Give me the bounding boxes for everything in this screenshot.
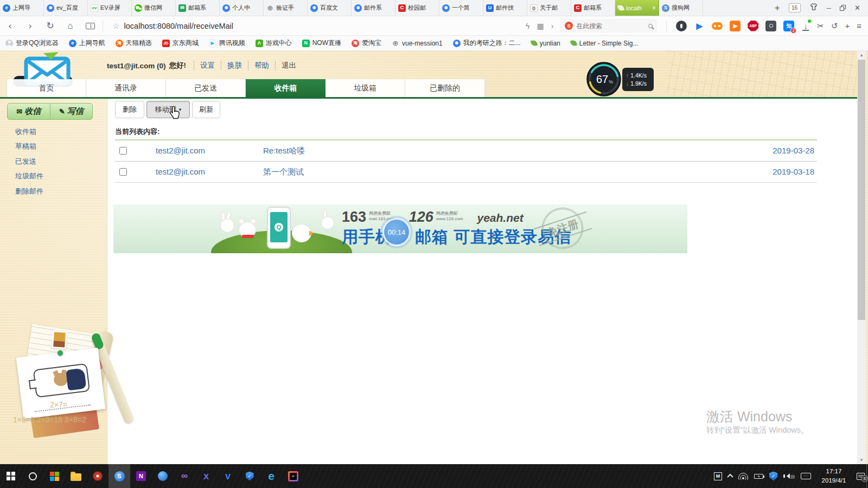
- sidebar-item-deleted[interactable]: 删除邮件: [15, 187, 43, 196]
- skin-tshirt-icon[interactable]: [809, 3, 818, 13]
- nav-inbox-active[interactable]: 收件箱: [246, 79, 326, 97]
- tab-16[interactable]: S搜狗网: [659, 0, 703, 16]
- browser-sphere-button[interactable]: [152, 464, 174, 488]
- tab-6[interactable]: ✽个人中: [220, 0, 264, 16]
- volume-icon[interactable]: ))): [783, 473, 795, 479]
- action-center-icon[interactable]: 3: [857, 473, 865, 480]
- subject-link[interactable]: Re:test哈喽: [263, 146, 305, 156]
- nav-junk[interactable]: 垃圾箱: [326, 79, 405, 97]
- m-app-tray-icon[interactable]: M: [714, 472, 722, 480]
- settings-link[interactable]: 设置: [194, 61, 221, 70]
- tab-4[interactable]: 微信网: [132, 0, 176, 16]
- refresh-icon[interactable]: ↻: [40, 20, 60, 31]
- tab-9[interactable]: ✽邮件系: [352, 0, 395, 16]
- tray-expand-chevron-icon[interactable]: [727, 474, 733, 480]
- subject-link[interactable]: 第一个测试: [263, 167, 304, 177]
- taskbar-clock[interactable]: 17:172019/4/1: [817, 467, 851, 485]
- media-app-button[interactable]: [87, 464, 108, 488]
- bookmark-kaoyan[interactable]: ✽我的考研之路：二...: [453, 38, 521, 48]
- tab-8[interactable]: ✽百度文: [308, 0, 352, 16]
- bookmark-tencent-video[interactable]: ▶腾讯视频: [209, 38, 245, 48]
- logout-link[interactable]: 退出: [275, 61, 302, 70]
- bookmark-qq-login[interactable]: 登录QQ浏览器: [5, 38, 59, 48]
- mail-row-2[interactable]: test2@jit.com 第一个测试 2019-03-18: [115, 162, 817, 183]
- write-mail-button[interactable]: ✎写信: [50, 104, 93, 119]
- qr-code-icon[interactable]: ▦: [537, 22, 544, 30]
- tab-10[interactable]: C校园邮: [395, 0, 439, 16]
- download-icon[interactable]: ↓: [801, 21, 810, 30]
- help-link[interactable]: 帮助: [248, 61, 275, 70]
- home-icon[interactable]: ⌂: [60, 21, 80, 31]
- onenote-button[interactable]: N: [130, 464, 152, 488]
- start-button[interactable]: [0, 464, 22, 488]
- app-v-button[interactable]: V: [217, 464, 239, 488]
- sidebar-item-drafts[interactable]: 草稿箱: [15, 142, 36, 151]
- minimize-button[interactable]: ─: [827, 4, 832, 12]
- sidebar-item-inbox[interactable]: 收件箱: [15, 127, 36, 137]
- bookmark-game-center[interactable]: A游戏中心: [256, 38, 292, 48]
- adblock-plus-icon[interactable]: ABP: [748, 21, 758, 31]
- tab-14[interactable]: C邮箱系: [571, 0, 615, 16]
- scrollbar-thumb[interactable]: [858, 60, 865, 320]
- scroll-up-arrow[interactable]: ▴: [857, 51, 866, 59]
- voice-extension-icon[interactable]: [676, 21, 687, 31]
- mail-row-1[interactable]: test2@jit.com Re:test哈喽 2019-03-28: [115, 141, 817, 162]
- bookmark-navigator[interactable]: e上网导航: [69, 38, 105, 48]
- netease-mail-ad-banner[interactable]: Q 163网易免费邮mail.163.com 126网易免费邮www.126.c…: [113, 204, 687, 253]
- bookmark-tmall[interactable]: 淘天猫精选: [116, 38, 152, 48]
- nav-contacts[interactable]: 通讯录: [86, 79, 166, 97]
- nav-home[interactable]: 首页: [7, 79, 86, 97]
- refresh-button[interactable]: 刷新: [192, 101, 220, 118]
- close-window-button[interactable]: ✕: [854, 4, 860, 12]
- bookmark-yunlian[interactable]: yunlian: [531, 40, 560, 47]
- skin-link[interactable]: 换肤: [221, 61, 248, 70]
- add-toolbar-icon[interactable]: +: [845, 21, 850, 30]
- menu-hamburger-icon[interactable]: ≡: [857, 21, 861, 30]
- battery-charging-icon[interactable]: ϟ: [754, 474, 763, 479]
- sidebar-item-junk[interactable]: 垃圾邮件: [15, 171, 43, 181]
- reading-mode-icon[interactable]: [86, 23, 95, 29]
- search-input[interactable]: [576, 22, 636, 30]
- tab-3[interactable]: evEV录屏: [88, 0, 132, 16]
- tab-5[interactable]: ✉邮箱系: [176, 0, 220, 16]
- tab-active-localhost[interactable]: localh×: [615, 0, 659, 16]
- bookmark-jd[interactable]: JD京东商城: [162, 38, 199, 48]
- scroll-down-arrow[interactable]: ▾: [857, 456, 866, 464]
- file-explorer-button[interactable]: [65, 464, 87, 488]
- screen-record-icon[interactable]: ▶: [730, 21, 741, 31]
- tab-1[interactable]: e上网导: [0, 0, 44, 16]
- sogou-browser-button-active[interactable]: S: [108, 464, 130, 488]
- speed-monitor-widget[interactable]: 67 %: [586, 62, 621, 97]
- new-tab-button[interactable]: +: [775, 3, 780, 14]
- scissors-clip-icon[interactable]: ✂: [817, 21, 824, 31]
- visual-studio-button[interactable]: ∞: [174, 464, 195, 488]
- sender-link[interactable]: test2@jit.com: [156, 146, 205, 155]
- pc-manager-button[interactable]: ✓: [239, 464, 260, 488]
- delete-button[interactable]: 删除: [115, 101, 144, 118]
- tab-2[interactable]: ✽ev_百度: [44, 0, 88, 16]
- edge-button[interactable]: e: [260, 464, 282, 488]
- tab-13[interactable]: ()关于邮: [527, 0, 571, 16]
- cortana-search-button[interactable]: [22, 464, 43, 488]
- tab-count-badge[interactable]: 16: [789, 3, 801, 12]
- row-checkbox[interactable]: [119, 168, 127, 176]
- page-scrollbar[interactable]: ▴ ▾: [857, 51, 866, 464]
- search-magnifier-icon[interactable]: [648, 24, 653, 28]
- video-play-extension-icon[interactable]: ▶: [694, 21, 705, 31]
- bookmark-letter[interactable]: Letter - Simple Sig...: [571, 40, 639, 47]
- sidebar-item-sent[interactable]: 已发送: [15, 157, 36, 166]
- receive-mail-button[interactable]: ✉收信: [8, 104, 50, 119]
- tab-7[interactable]: ⊕验证手: [264, 0, 308, 16]
- bookmark-aitaobao[interactable]: 淘爱淘宝: [352, 38, 381, 48]
- app-x-button[interactable]: X: [195, 464, 217, 488]
- expand-chevron-icon[interactable]: ›: [551, 22, 554, 30]
- microsoft-store-button[interactable]: [43, 464, 65, 488]
- undo-history-icon[interactable]: ↺: [831, 21, 838, 31]
- screenshot-camera-icon[interactable]: [765, 21, 776, 31]
- row-checkbox[interactable]: [119, 147, 127, 155]
- forward-icon[interactable]: ›: [20, 21, 40, 31]
- address-bar[interactable]: localhost:8080/mail/receiveMail: [124, 22, 234, 30]
- bookmark-star-icon[interactable]: ☆: [113, 22, 120, 30]
- tab-12[interactable]: U邮件技: [483, 0, 527, 16]
- nav-sent[interactable]: 已发送: [166, 79, 246, 97]
